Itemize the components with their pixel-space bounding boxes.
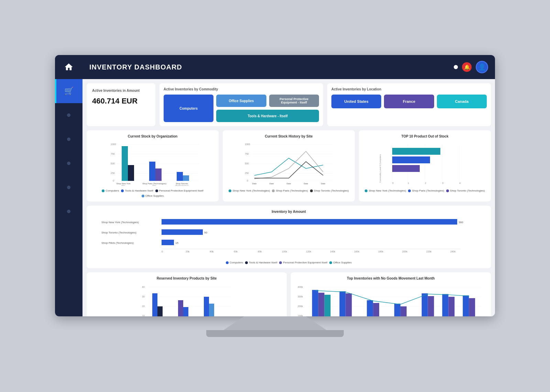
legend-ia-computers: Computers [226, 261, 243, 264]
location-label: Active Inventories by Location [331, 87, 487, 91]
svg-text:Date: Date [321, 183, 326, 185]
sidebar-dot-4 [67, 186, 70, 189]
stock-history-title: Current Stock History by Site [227, 134, 351, 138]
legend-ia-office: Office Supplies [329, 261, 352, 264]
svg-text:0: 0 [162, 250, 163, 253]
svg-text:300k: 300k [298, 295, 303, 298]
svg-rect-15 [183, 175, 189, 181]
no-movement-chart: 400k 300k 200k 100k 0 [295, 283, 487, 316]
stock-history-legend: Shop New York (Technologies) Shop Paris … [227, 189, 351, 192]
sidebar-item-home[interactable] [55, 55, 82, 79]
page-title: INVENTORY DASHBOARD [89, 63, 454, 71]
svg-text:1000: 1000 [245, 143, 250, 145]
sidebar-item-4[interactable] [55, 175, 82, 199]
location-btn-us[interactable]: United States [331, 95, 381, 108]
reserved-card: Reserved Inventory Products by Site 40 3… [87, 272, 287, 316]
legend-item-ny: Shop New York (Technologies) [229, 189, 270, 192]
legend-dot-ia-tools [245, 261, 248, 264]
svg-rect-11 [128, 165, 134, 181]
commodity-btn-office[interactable]: Office Supplies [216, 95, 266, 107]
reserved-title: Reserved Inventory Products by Site [91, 276, 283, 280]
home-icon [64, 62, 74, 72]
legend-dot-paris [272, 189, 275, 192]
stock-by-org-legend: Computers Tools & Hardware Itself Person… [91, 189, 214, 197]
no-movement-card: Top Inventories with No Goods Movement L… [291, 272, 491, 316]
svg-text:Shop New York (Technologies): Shop New York (Technologies) [101, 221, 139, 224]
svg-text:160k: 160k [354, 250, 360, 253]
sidebar-dot-5 [67, 210, 70, 213]
inventory-amount-card: Inventory by Amount Shop New York (Techn… [87, 206, 491, 268]
svg-text:750: 750 [245, 153, 249, 155]
commodity-btn-tools[interactable]: Tools & Hardware - Itself [216, 110, 319, 122]
header: INVENTORY DASHBOARD 🔔 👤 [82, 55, 495, 79]
svg-rect-89 [204, 297, 209, 316]
svg-text:180k: 180k [378, 250, 384, 253]
sidebar-item-3[interactable] [55, 151, 82, 175]
svg-rect-56 [162, 229, 203, 235]
inventory-amount-legend: Computers Tools & Hardware Itself Person… [91, 261, 487, 264]
no-movement-title: Top Inventories with No Goods Movement L… [295, 276, 487, 280]
avatar[interactable]: 👤 [476, 61, 488, 73]
svg-text:Date: Date [287, 183, 291, 185]
legend-dot-top10-ny [365, 189, 367, 192]
legend-item-tools: Tools & Hardware Itself [121, 189, 153, 192]
legend-item-top10-ny: Shop New York (Technologies) [365, 189, 406, 192]
svg-rect-121 [463, 295, 469, 316]
location-btn-canada[interactable]: Canada [437, 95, 487, 108]
legend-dot-office [142, 195, 144, 197]
svg-text:50: 50 [204, 231, 207, 234]
legend-dot-ny [229, 189, 231, 192]
location-card: Active Inventories by Location United St… [327, 83, 491, 126]
sidebar-dot-1 [67, 113, 70, 117]
stock-by-org-title: Current Stock by Organization [91, 134, 214, 138]
top10-chart: Commodity Level 4 Computers 0 1 2 3 4 [363, 141, 487, 186]
svg-text:100k: 100k [298, 315, 303, 316]
legend-dot-toronto [310, 189, 313, 192]
main-content: INVENTORY DASHBOARD 🔔 👤 Active Inventori… [82, 55, 495, 316]
svg-rect-13 [155, 168, 162, 181]
svg-text:240k: 240k [450, 250, 456, 253]
sidebar-item-inventory[interactable]: 🛒 [55, 79, 82, 103]
svg-text:3: 3 [442, 182, 443, 184]
cart-icon: 🛒 [64, 87, 74, 96]
notification-bell[interactable]: 🔔 [462, 62, 472, 72]
commodity-btn-computers[interactable]: Computers [164, 95, 213, 122]
svg-text:500: 500 [245, 162, 249, 165]
sidebar-item-5[interactable] [55, 199, 82, 224]
svg-text:1000: 1000 [111, 143, 116, 145]
legend-ia-tools: Tools & Hardware Itself [245, 261, 277, 264]
svg-text:40k: 40k [210, 250, 214, 253]
svg-text:120k: 120k [306, 250, 311, 253]
svg-rect-48 [392, 148, 440, 155]
commodity-label: Active Inventories by Commodity [164, 87, 319, 91]
svg-rect-109 [318, 293, 324, 316]
svg-text:20k: 20k [186, 250, 190, 253]
sidebar-dot-2 [67, 138, 70, 141]
svg-text:250: 250 [111, 172, 115, 174]
stock-by-org-card: Current Stock by Organization 1000 750 5… [87, 130, 219, 202]
svg-rect-54 [162, 219, 457, 225]
inventory-amount-chart: Shop New York (Technologies) Shop Toront… [91, 216, 487, 258]
legend-dot-ia-computers [226, 261, 229, 264]
svg-text:Site: Site [122, 185, 125, 186]
stock-history-card: Current Stock History by Site 1000 750 5… [223, 130, 355, 202]
svg-rect-58 [162, 240, 174, 245]
sidebar-item-1[interactable] [55, 103, 82, 127]
legend-dot-tools [121, 189, 124, 192]
commodity-card: Active Inventories by Commodity Computer… [160, 83, 323, 126]
sidebar-item-2[interactable] [55, 127, 82, 151]
svg-rect-90 [209, 304, 214, 316]
svg-text:220k: 220k [426, 250, 432, 253]
svg-rect-112 [345, 293, 352, 316]
inventory-amount-title: Inventory by Amount [91, 210, 487, 214]
commodity-btn-protective[interactable]: Personal Protective Equipment - Itself [269, 95, 319, 107]
legend-ia-protective: Personal Protective Equipment Itself [279, 261, 327, 264]
svg-text:60k: 60k [234, 250, 238, 253]
location-btn-france[interactable]: France [384, 95, 434, 108]
svg-text:400k: 400k [298, 286, 303, 288]
top-row: Active Inventories in Amount 460.714 EUR… [87, 83, 491, 126]
legend-item-top10-toronto: Shop Toronto (Technologies) [446, 189, 485, 192]
svg-text:0: 0 [113, 179, 114, 182]
svg-rect-87 [178, 300, 183, 316]
svg-text:Commodity Level 4 Computers: Commodity Level 4 Computers [379, 154, 381, 183]
